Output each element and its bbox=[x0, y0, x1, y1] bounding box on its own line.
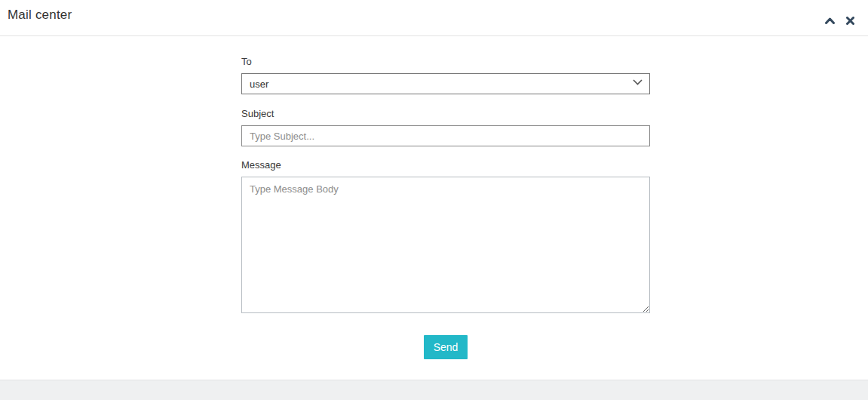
message-textarea[interactable] bbox=[241, 177, 650, 313]
footer-bar bbox=[0, 380, 868, 400]
close-icon bbox=[846, 17, 854, 25]
to-label: To bbox=[241, 56, 650, 67]
to-select[interactable]: user bbox=[241, 73, 650, 94]
message-label: Message bbox=[241, 159, 650, 171]
collapse-button[interactable] bbox=[824, 14, 836, 26]
window-header: Mail center bbox=[0, 0, 868, 36]
subject-input[interactable] bbox=[241, 125, 650, 146]
mail-form: To user Subject Message Send bbox=[241, 36, 650, 359]
chevron-up-icon bbox=[825, 17, 835, 24]
subject-label: Subject bbox=[241, 108, 650, 119]
mail-center-window: Mail center To user bbox=[0, 0, 868, 400]
page-title: Mail center bbox=[8, 8, 72, 23]
to-select-wrap: user bbox=[241, 73, 650, 94]
send-button[interactable]: Send bbox=[424, 335, 468, 359]
header-actions bbox=[824, 14, 856, 26]
close-button[interactable] bbox=[844, 14, 856, 26]
